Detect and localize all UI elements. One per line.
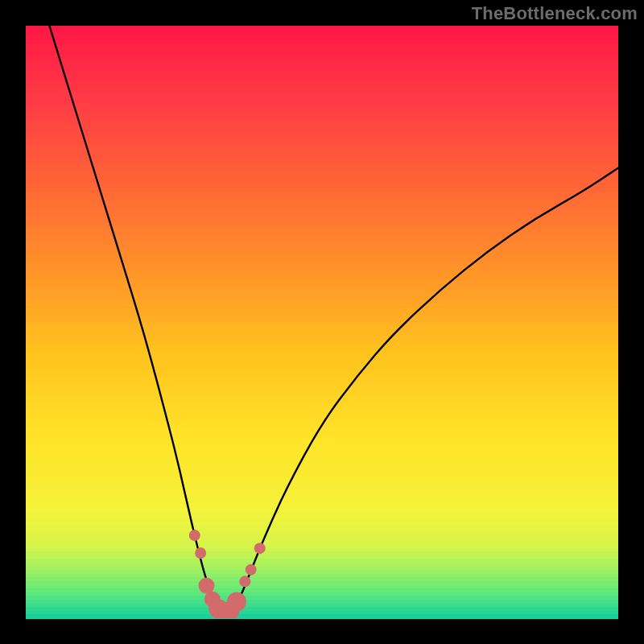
curve-layer <box>26 26 618 618</box>
watermark-text: TheBottleneck.com <box>472 3 638 24</box>
left-curve <box>49 26 227 615</box>
bottleneck-point <box>195 547 206 559</box>
bottleneck-point <box>239 576 250 587</box>
bottleneck-point <box>246 564 257 576</box>
bottleneck-point <box>227 592 246 611</box>
right-curve <box>227 168 618 616</box>
bottleneck-point <box>254 543 266 554</box>
bottleneck-markers <box>189 530 266 618</box>
chart-frame: TheBottleneck.com <box>0 0 644 644</box>
bottleneck-point <box>189 530 200 541</box>
